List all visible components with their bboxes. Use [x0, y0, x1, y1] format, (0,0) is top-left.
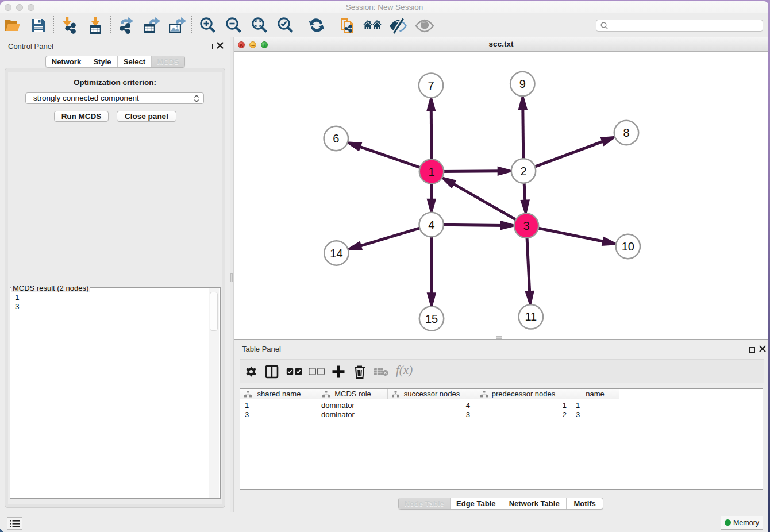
- svg-text:6: 6: [333, 132, 339, 145]
- svg-text:9: 9: [519, 78, 526, 90]
- svg-text:14: 14: [330, 247, 342, 260]
- svg-text:11: 11: [525, 310, 537, 323]
- svg-text:10: 10: [622, 240, 634, 253]
- svg-text:2: 2: [520, 165, 526, 178]
- svg-text:3: 3: [523, 219, 529, 232]
- svg-text:4: 4: [428, 218, 434, 231]
- svg-text:15: 15: [425, 313, 438, 325]
- svg-text:7: 7: [428, 79, 434, 92]
- svg-text:1: 1: [428, 165, 434, 178]
- svg-text:8: 8: [623, 126, 629, 139]
